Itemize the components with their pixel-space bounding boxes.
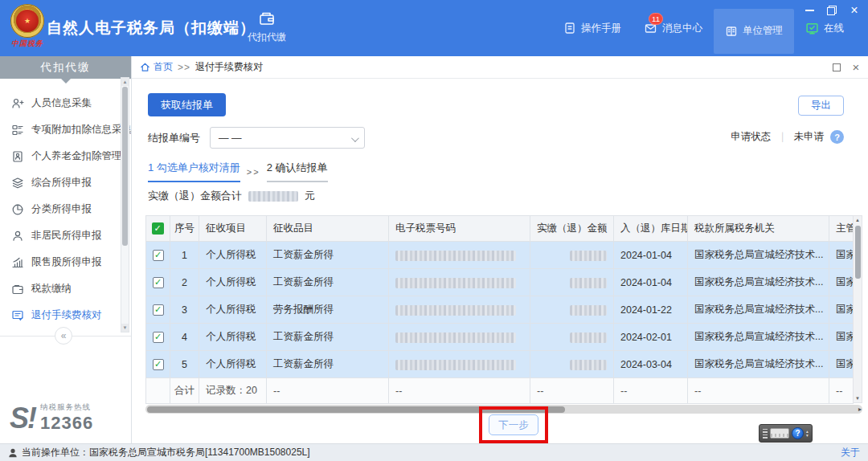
sidebar-item-comprehensive-income[interactable]: 综合所得申报 (0, 169, 131, 196)
table-footer-row: 合计 记录数：20 -- -- -- -- -- -- (146, 378, 854, 404)
sidebar-item-restricted-shares[interactable]: 限售股所得申报 (0, 249, 131, 275)
ime-toolbar[interactable]: ? (759, 424, 813, 443)
redacted-amount (570, 251, 607, 261)
ime-grip-icon (763, 429, 768, 439)
status-value: 未申请 (794, 130, 825, 144)
select-all-checkbox[interactable] (152, 222, 164, 235)
cell-supervisor: 国家 (829, 324, 854, 351)
footer-label: 合计 (170, 378, 199, 404)
scroll-down-icon[interactable] (121, 324, 129, 332)
bar-chart-icon (11, 256, 24, 269)
panel-maximize-icon[interactable] (832, 63, 841, 72)
footer-dash: -- (614, 378, 688, 404)
redacted-ticket-number (395, 332, 516, 343)
application-status-row: 申请状态 ｜ 未申请 ? (731, 130, 844, 144)
nav-operation-manual[interactable]: 操作手册 (552, 0, 633, 56)
scroll-right-icon[interactable] (858, 406, 862, 413)
person-icon (11, 230, 24, 243)
cell-seq: 3 (170, 296, 199, 324)
table-row[interactable]: 2 个人所得税 工资薪金所得 2024-01-04 国家税务总局宣城经济技术..… (146, 269, 854, 296)
scroll-up-icon[interactable] (854, 216, 862, 224)
help-icon[interactable]: ? (830, 130, 844, 144)
cell-authority: 国家税务总局宣城经济技术... (688, 351, 829, 378)
nav-unit-management[interactable]: 单位管理 (714, 9, 794, 54)
breadcrumb-home[interactable]: 首页 (140, 60, 173, 74)
tab-withholding[interactable]: 代扣代缴 (231, 10, 303, 44)
sidebar-item-label: 个人养老金扣除管理 (31, 149, 122, 163)
footer-dash: -- (267, 378, 389, 404)
restore-icon[interactable] (826, 5, 837, 16)
breadcrumb-home-label: 首页 (154, 60, 173, 74)
cell-category: 工资薪金所得 (267, 269, 389, 296)
nav-message-center[interactable]: 11 消息中心 (633, 0, 714, 56)
sidebar-item-label: 综合所得申报 (31, 176, 92, 190)
wallet-icon (231, 10, 303, 27)
step-1-tab[interactable]: 1 勾选单户核对清册 (148, 161, 240, 182)
sidebar-collapse-button[interactable]: « (55, 327, 72, 345)
cell-authority: 国家税务总局宣城经济技术... (688, 269, 829, 296)
step-2-tab[interactable]: 2 确认结报单 (267, 161, 328, 182)
row-checkbox[interactable] (153, 277, 164, 288)
next-step-button[interactable]: 下一步 (489, 414, 538, 435)
document-person-icon (11, 150, 24, 163)
cell-date: 2024-01-04 (614, 269, 688, 296)
ime-help-icon[interactable]: ? (792, 427, 804, 439)
window-controls (804, 5, 860, 16)
footer-dash: -- (829, 378, 854, 404)
col-ticket: 电子税票号码 (389, 216, 530, 242)
col-authority: 税款所属税务机关 (688, 216, 829, 242)
cell-item: 个人所得税 (199, 324, 267, 351)
cell-item: 个人所得税 (199, 269, 267, 296)
table-row[interactable]: 3 个人所得税 劳务报酬所得 2024-01-22 国家税务总局宣城经济技术..… (146, 296, 854, 324)
hotline-logo: S! 纳税服务热线 12366 (10, 402, 93, 434)
row-checkbox[interactable] (153, 359, 164, 370)
scrollbar-thumb[interactable] (855, 226, 861, 279)
cell-authority: 国家税务总局宣城经济技术... (688, 324, 829, 351)
settlement-table-wrap: 序号 征收项目 征收品目 电子税票号码 实缴（退）金额 入（退）库日期 税款所属… (145, 215, 862, 414)
export-button[interactable]: 导出 (798, 96, 844, 116)
minimize-icon[interactable] (804, 5, 815, 16)
cell-date: 2024-02-01 (614, 324, 688, 351)
redacted-amount (570, 332, 607, 343)
sidebar-item-nonresident-income[interactable]: 非居民所得申报 (0, 222, 131, 249)
hotline-number: 12366 (40, 413, 93, 434)
table-row[interactable]: 4 个人所得税 工资薪金所得 2024-02-01 国家税务总局宣城经济技术..… (146, 324, 854, 351)
keyboard-icon[interactable] (770, 428, 789, 439)
fetch-settlement-button[interactable]: 获取结报单 (148, 93, 226, 116)
about-link[interactable]: 关于 (841, 446, 860, 459)
row-checkbox[interactable] (153, 304, 164, 316)
close-icon[interactable] (849, 5, 860, 16)
amount-summary-unit: 元 (305, 189, 315, 203)
scrollbar-thumb[interactable] (122, 87, 128, 246)
amount-summary-label: 实缴（退）金额合计 (148, 189, 242, 203)
row-checkbox[interactable] (153, 332, 164, 343)
sidebar-item-label: 专项附加扣除信息采集 (31, 123, 132, 137)
sidebar-item-personnel-info[interactable]: 人员信息采集 (0, 90, 131, 116)
sidebar-item-refund-fee-check[interactable]: 退付手续费核对 (0, 302, 131, 328)
sidebar-header: 代扣代缴 (0, 56, 131, 79)
sidebar-menu: 人员信息采集 专项附加扣除信息采集 个人养老金扣除管理 (0, 79, 131, 328)
cell-seq: 5 (170, 351, 199, 378)
cards-list-icon (11, 124, 24, 137)
redacted-ticket-number (395, 360, 516, 370)
ime-expand-icon[interactable] (806, 430, 809, 438)
nav-label: 单位管理 (743, 24, 783, 38)
table-vertical-scrollbar[interactable] (853, 215, 862, 403)
table-row[interactable]: 1 个人所得税 工资薪金所得 2024-01-04 国家税务总局宣城经济技术..… (146, 242, 854, 269)
sidebar-item-special-deduction[interactable]: 专项附加扣除信息采集 (0, 116, 131, 143)
table-row[interactable]: 5 个人所得税 工资薪金所得 2024-03-04 国家税务总局宣城经济技术..… (146, 351, 854, 378)
sidebar-item-tax-payment[interactable]: 税款缴纳 (0, 275, 131, 302)
sidebar-item-pension-deduction[interactable]: 个人养老金扣除管理 (0, 143, 131, 169)
sidebar-scrollbar[interactable] (121, 77, 129, 332)
panel-close-icon[interactable] (851, 63, 861, 72)
logo-caption: 中国税务 (8, 39, 47, 49)
cell-item: 个人所得税 (199, 242, 267, 269)
sidebar-item-classified-income[interactable]: 分类所得申报 (0, 196, 131, 222)
report-number-select[interactable]: — — (210, 127, 365, 149)
scroll-down-icon[interactable] (854, 394, 862, 402)
cell-category: 劳务报酬所得 (267, 296, 389, 324)
status-bar: 当前操作单位：国家税务总局宣城市税务局[11341700MB1508025L] … (0, 443, 868, 461)
row-checkbox[interactable] (153, 250, 164, 261)
footer-count: 记录数：20 (199, 378, 267, 404)
scroll-up-icon[interactable] (121, 78, 129, 86)
